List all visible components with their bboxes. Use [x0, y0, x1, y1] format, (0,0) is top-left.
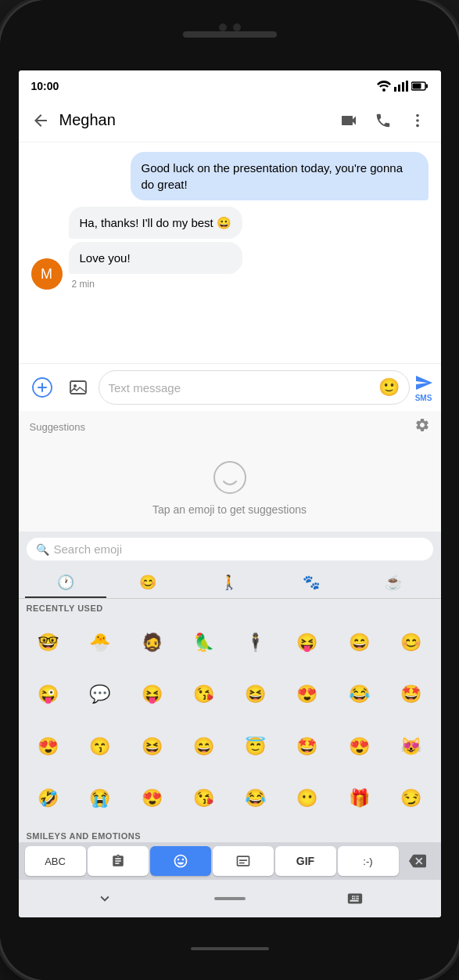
svg-rect-1 — [394, 87, 396, 92]
emoji-kissmark[interactable]: 😘 — [178, 773, 228, 823]
svg-rect-6 — [425, 85, 428, 88]
emoji-gift[interactable]: 🎁 — [334, 773, 384, 823]
sent-message-text: Good luck on the presentation today, you… — [142, 161, 403, 191]
nav-home-indicator[interactable] — [214, 883, 246, 914]
emoji-laugh[interactable]: 😆 — [231, 669, 281, 719]
avatar: M — [31, 258, 63, 290]
nav-bar — [19, 880, 441, 917]
keyboard-bottom-bar: ABC GIF :-) — [19, 842, 441, 880]
emoji-key[interactable] — [150, 846, 211, 876]
emoji-cry[interactable]: 😭 — [75, 773, 125, 823]
emoji-blush[interactable]: 😊 — [385, 618, 436, 668]
phone-bottom — [0, 917, 459, 980]
avatar-letter: M — [41, 266, 52, 283]
emoji-tab-animals[interactable]: 🐾 — [271, 567, 353, 598]
emoji-bearded[interactable]: 🧔 — [127, 618, 177, 668]
phone-frame: 10:00 — [0, 0, 459, 980]
search-input-wrap[interactable]: 🔍 Search emoji — [27, 538, 433, 560]
smiley-outline-icon — [210, 458, 249, 497]
nav-keyboard-button[interactable] — [339, 883, 371, 914]
status-time: 10:00 — [31, 80, 59, 92]
emoji-parrot[interactable]: 🦜 — [178, 618, 228, 668]
emoji-tab-food[interactable]: ☕ — [353, 567, 435, 598]
sticker-key[interactable] — [213, 846, 274, 876]
status-icons — [377, 81, 429, 92]
emoji-smirk[interactable]: 😏 — [385, 773, 436, 823]
more-options-button[interactable] — [403, 106, 432, 135]
svg-rect-2 — [398, 85, 400, 92]
emoji-joy2[interactable]: 😂 — [231, 773, 281, 823]
emoji-tab-recent[interactable]: 🕐 — [25, 567, 107, 598]
home-indicator — [191, 947, 269, 950]
recently-used-grid: 🤓 🐣 🧔 🦜 🕴 😝 😄 😊 😜 💬 😝 😘 😆 😍 😂 🤩 😍 😙 😆 — [19, 614, 441, 827]
sms-label: SMS — [415, 394, 432, 402]
emoji-input-button[interactable]: 🙂 — [378, 377, 400, 398]
recently-used-label: RECENTLY USED — [19, 599, 441, 614]
received-messages: Ha, thanks! I'll do my best 😀 Love you! … — [69, 207, 242, 290]
camera-dot-left — [219, 23, 227, 31]
emoji-heartcat[interactable]: 😻 — [385, 722, 436, 772]
abc-label: ABC — [45, 856, 66, 867]
emoji-hearteyes5[interactable]: 😍 — [127, 773, 177, 823]
emoji-joy[interactable]: 😂 — [334, 669, 384, 719]
emoji-hearteyes1[interactable]: 😍 — [282, 669, 332, 719]
emoji-starstruck[interactable]: 🤩 — [282, 722, 332, 772]
phone-call-button[interactable] — [369, 106, 397, 135]
emoji-grinning[interactable]: 😝 — [282, 618, 332, 668]
emoji-rofl[interactable]: 🤣 — [23, 773, 74, 823]
emoji-kiss2[interactable]: 😙 — [75, 722, 125, 772]
contact-name: Meghan — [59, 111, 335, 129]
svg-rect-12 — [70, 381, 86, 394]
back-button[interactable] — [28, 108, 53, 133]
sms-send-button[interactable]: SMS — [414, 373, 433, 402]
emoticon-key[interactable]: :-) — [338, 846, 399, 876]
emoji-smile2[interactable]: 😄 — [178, 722, 228, 772]
text-input-container[interactable]: Text message 🙂 — [99, 370, 410, 405]
status-bar: 10:00 — [19, 70, 441, 99]
abc-key[interactable]: ABC — [25, 846, 86, 876]
camera-area — [219, 23, 241, 31]
emoji-tab-people[interactable]: 🚶 — [188, 567, 271, 598]
wifi-icon — [377, 81, 391, 92]
emoji-tab-smileys[interactable]: 😊 — [106, 567, 188, 598]
clipboard-key[interactable] — [88, 846, 149, 876]
emoji-smile[interactable]: 😄 — [334, 618, 384, 668]
svg-point-0 — [382, 88, 385, 92]
camera-dot-right — [233, 23, 241, 31]
received-message-2: Love you! — [69, 242, 242, 274]
emoji-speech[interactable]: 💬 — [75, 669, 125, 719]
emoji-tongue2[interactable]: 😝 — [127, 669, 177, 719]
emoji-nomouth[interactable]: 😶 — [282, 773, 332, 823]
emoji-hearteyes3[interactable]: 😍 — [23, 722, 74, 772]
suggestions-content: Tap an emoji to get suggestions — [19, 442, 441, 531]
add-attachment-button[interactable] — [27, 372, 58, 403]
emoji-nerd[interactable]: 🤓 — [23, 618, 74, 668]
video-call-button[interactable] — [335, 106, 363, 135]
emoji-laugh2[interactable]: 😆 — [127, 722, 177, 772]
emoji-tongue1[interactable]: 😜 — [23, 669, 74, 719]
image-attach-button[interactable] — [63, 372, 94, 403]
gif-key[interactable]: GIF — [275, 846, 336, 876]
emoji-hearteyes2[interactable]: 🤩 — [385, 669, 436, 719]
suggestions-label: Suggestions — [30, 421, 86, 433]
emoji-search-bar: 🔍 Search emoji — [19, 531, 441, 567]
suggestions-bar: Suggestions — [19, 411, 441, 442]
delete-key[interactable] — [400, 846, 435, 876]
svg-point-8 — [416, 113, 419, 117]
emoji-innocent[interactable]: 😇 — [231, 722, 281, 772]
phone-speaker — [183, 31, 277, 38]
message-time: 2 min — [72, 279, 242, 290]
nav-back-button[interactable] — [89, 883, 120, 914]
emoji-hearteyes4[interactable]: 😍 — [334, 722, 384, 772]
suggestions-gear-button[interactable] — [414, 417, 430, 436]
emoji-kiss1[interactable]: 😘 — [178, 669, 228, 719]
signal-icon — [394, 81, 408, 92]
svg-point-14 — [214, 462, 246, 493]
battery-icon — [411, 81, 429, 91]
received-message-1: Ha, thanks! I'll do my best 😀 — [69, 207, 242, 239]
svg-point-9 — [416, 119, 419, 122]
svg-rect-7 — [412, 84, 421, 89]
emoji-chick[interactable]: 🐣 — [75, 618, 125, 668]
emoji-category-tabs: 🕐 😊 🚶 🐾 ☕ — [19, 567, 441, 599]
emoji-suit[interactable]: 🕴 — [231, 618, 281, 668]
